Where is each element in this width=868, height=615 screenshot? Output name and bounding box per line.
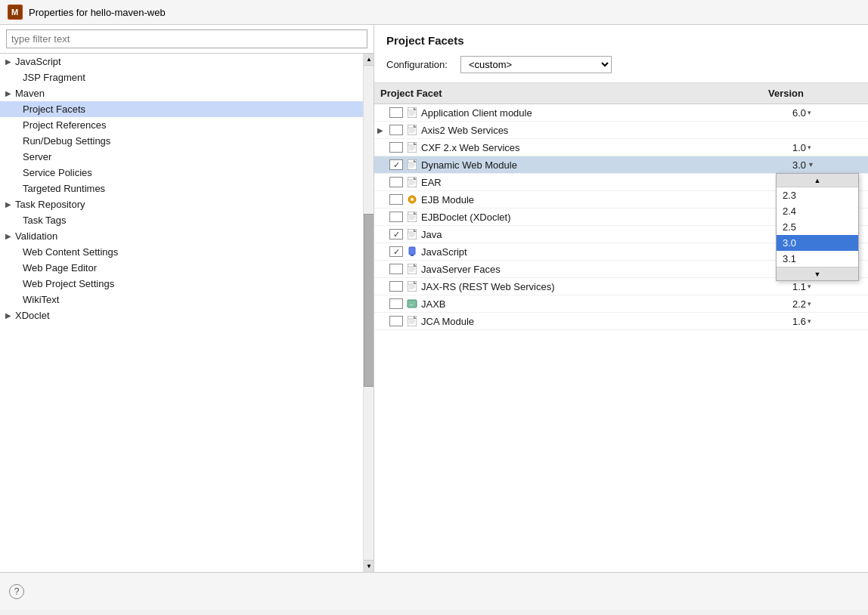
facet-checkbox-dynamic-web[interactable]: ✓	[389, 159, 403, 170]
sidebar-item-wikitext[interactable]: WikiText	[0, 292, 363, 308]
sidebar-item-label: Project References	[23, 119, 107, 131]
facet-checkbox-javascript2[interactable]: ✓	[389, 246, 403, 257]
scroll-down-btn[interactable]: ▼	[364, 560, 374, 572]
search-box	[0, 25, 374, 54]
facet-checkbox-jca[interactable]	[389, 316, 403, 326]
facet-name-jaxb: JAXB	[421, 298, 792, 310]
dropdown-option-2.5[interactable]: 2.5	[777, 219, 858, 235]
svg-rect-20	[408, 159, 417, 170]
sidebar-item-server[interactable]: Server	[0, 149, 363, 165]
facet-version-cxf[interactable]: 1.0 ▾	[792, 142, 868, 153]
sidebar-item-web-page-editor[interactable]: Web Page Editor	[0, 260, 363, 276]
sidebar-item-label: Web Project Settings	[23, 278, 114, 289]
facet-version-app-client[interactable]: 6.0 ▾	[792, 107, 868, 119]
right-panel: Project Facets Configuration: <custom> P…	[374, 25, 868, 572]
search-input[interactable]	[6, 29, 367, 48]
facet-icon-ear	[406, 176, 418, 188]
window-title: Properties for hello-maven-web	[29, 7, 166, 18]
facet-checkbox-ejbdoclet[interactable]	[389, 212, 403, 222]
svg-rect-48	[408, 264, 417, 274]
scroll-track	[364, 66, 374, 560]
sidebar-item-xdoclet[interactable]: ▶XDoclet	[0, 308, 363, 323]
svg-rect-47	[411, 255, 414, 256]
facet-name-jsf: JavaServer Faces	[421, 264, 792, 275]
sidebar-item-label: JavaScript	[15, 56, 61, 67]
facet-icon-dynamic-web	[406, 159, 418, 171]
facet-icon-app-client	[406, 107, 418, 119]
sidebar-item-run-debug[interactable]: Run/Debug Settings	[0, 133, 363, 149]
dropdown-scroll-up[interactable]: ▲	[777, 174, 858, 187]
version-value: 1.0	[792, 142, 806, 153]
help-button[interactable]: ?	[9, 584, 24, 599]
scroll-up-btn[interactable]: ▲	[364, 54, 374, 66]
facet-version-dynamic-web[interactable]: 3.0 ▼	[792, 159, 868, 171]
sidebar-item-maven[interactable]: ▶Maven	[0, 85, 363, 101]
facet-version-jaxb[interactable]: 2.2 ▾	[792, 298, 868, 310]
svg-text:↔: ↔	[409, 302, 414, 308]
sidebar-item-javascript[interactable]: ▶JavaScript	[0, 54, 363, 70]
facet-checkbox-jaxrs[interactable]	[389, 281, 403, 292]
sidebar-item-label: Project Facets	[23, 104, 85, 115]
version-value: 1.6	[792, 316, 806, 327]
facet-icon-javascript2	[406, 246, 418, 258]
dropdown-scroll-down[interactable]: ▼	[777, 267, 858, 280]
facet-icon-jsf	[406, 263, 418, 275]
version-dropdown-arrow: ▾	[808, 283, 811, 290]
version-dropdown-arrow: ▼	[808, 161, 814, 168]
sidebar-item-task-repository[interactable]: ▶Task Repository	[0, 196, 363, 212]
facets-header: Project Facet Version	[374, 83, 868, 104]
facet-icon-axis2	[406, 124, 418, 136]
expand-arrow: ▶	[3, 89, 14, 97]
dropdown-option-2.3[interactable]: 2.3	[777, 187, 858, 203]
facets-col-name: Project Facet	[374, 86, 762, 100]
facet-checkbox-java[interactable]: ✓	[389, 229, 403, 240]
dropdown-option-2.4[interactable]: 2.4	[777, 203, 858, 219]
sidebar-item-validation[interactable]: ▶Validation	[0, 228, 363, 244]
facet-version-jaxrs[interactable]: 1.1 ▾	[792, 281, 868, 292]
sidebar-item-targeted-runtimes[interactable]: Targeted Runtimes	[0, 181, 363, 196]
facet-icon-ejb-module	[406, 193, 418, 206]
facet-name-ejbdoclet: EJBDoclet (XDoclet)	[421, 212, 792, 223]
svg-rect-34	[408, 212, 417, 222]
facet-checkbox-app-client[interactable]	[389, 107, 403, 118]
sidebar-item-label: Validation	[15, 230, 57, 242]
facet-checkbox-jaxb[interactable]	[389, 298, 403, 309]
sidebar-item-label: Run/Debug Settings	[23, 135, 110, 147]
svg-rect-54	[408, 281, 417, 292]
sidebar-item-service-policies[interactable]: Service Policies	[0, 165, 363, 181]
sidebar-item-project-facets[interactable]: Project Facets	[0, 101, 363, 117]
sidebar-item-jsp-fragment[interactable]: JSP Fragment	[0, 70, 363, 85]
facet-checkbox-jsf[interactable]	[389, 264, 403, 274]
facet-row-cxf: CXF 2.x Web Services 1.0 ▾	[374, 139, 868, 156]
facet-icon-jaxrs	[406, 280, 418, 292]
sidebar-item-project-references[interactable]: Project References	[0, 117, 363, 133]
facet-checkbox-ear[interactable]	[389, 177, 403, 187]
svg-rect-40	[408, 229, 417, 240]
sidebar-item-label: WikiText	[23, 294, 59, 305]
dropdown-option-3.1[interactable]: 3.1	[777, 251, 858, 267]
sidebar-item-web-project-settings[interactable]: Web Project Settings	[0, 276, 363, 292]
facet-name-jaxrs: JAX-RS (REST Web Services)	[421, 281, 792, 292]
sidebar-item-label: Task Repository	[15, 199, 85, 210]
facet-checkbox-axis2[interactable]	[389, 125, 403, 135]
facet-name-ejb-module: EJB Module	[421, 194, 792, 206]
right-title: Project Facets	[386, 34, 856, 47]
config-row: Configuration: <custom>	[386, 53, 856, 76]
sidebar-item-label: Web Content Settings	[23, 246, 118, 258]
sidebar-item-label: Targeted Runtimes	[23, 183, 105, 194]
svg-rect-62	[408, 316, 417, 326]
left-panel: ▶JavaScriptJSP Fragment▶MavenProject Fac…	[0, 25, 374, 572]
sidebar-item-web-content-settings[interactable]: Web Content Settings	[0, 244, 363, 260]
config-select[interactable]: <custom>	[460, 56, 612, 73]
config-label: Configuration:	[386, 59, 454, 70]
left-scrollbar: ▲ ▼	[363, 54, 374, 572]
svg-rect-2	[408, 107, 417, 118]
facet-checkbox-ejb-module[interactable]	[389, 194, 403, 205]
facet-checkbox-cxf[interactable]	[389, 142, 403, 153]
bottom-bar: ?	[0, 572, 868, 610]
facet-icon-java	[406, 228, 418, 240]
facet-version-jca[interactable]: 1.6 ▾	[792, 316, 868, 327]
dropdown-option-3.0[interactable]: 3.0	[777, 235, 858, 251]
facet-row-jaxb: ↔ JAXB 2.2 ▾	[374, 295, 868, 313]
sidebar-item-task-tags[interactable]: Task Tags	[0, 212, 363, 228]
